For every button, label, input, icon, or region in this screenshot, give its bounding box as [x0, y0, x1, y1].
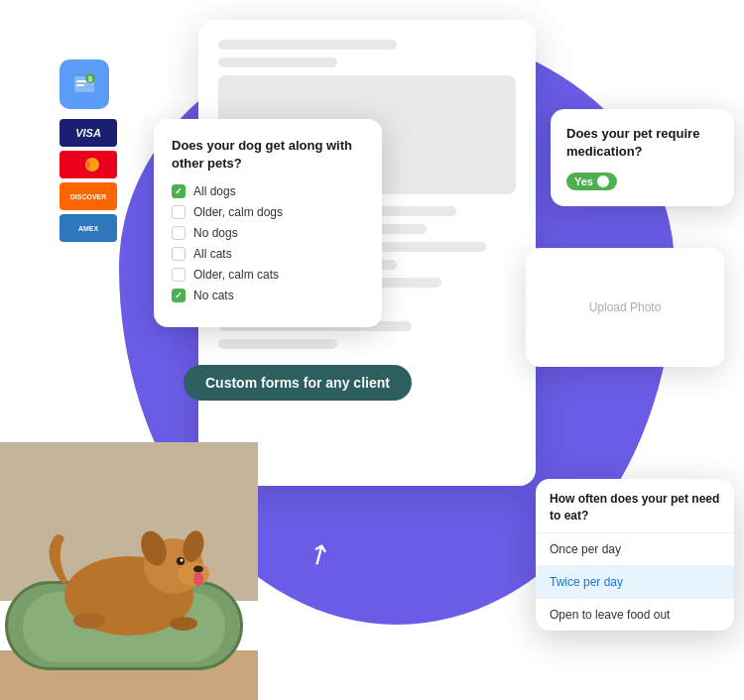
feeding-option-once[interactable]: Once per day	[536, 532, 734, 565]
dog-option-older-dogs[interactable]: Older, calm dogs	[172, 205, 364, 219]
upload-placeholder: Upload Photo	[589, 300, 662, 314]
medication-question: Does your pet require medication?	[566, 125, 718, 161]
dog-option-older-cats[interactable]: Older, calm cats	[172, 268, 364, 282]
checkbox-no-dogs[interactable]	[172, 226, 186, 240]
checkbox-no-cats[interactable]	[172, 289, 186, 302]
dog-option-label-older-cats: Older, calm cats	[193, 268, 279, 282]
toggle-row: Yes	[566, 173, 718, 190]
custom-forms-label: Custom forms for any client	[205, 375, 390, 391]
checkbox-all-dogs[interactable]	[172, 184, 186, 198]
feeding-option-open[interactable]: Open to leave food out	[536, 598, 734, 631]
feeding-card: How often does your pet need to eat? Onc…	[536, 479, 734, 631]
dog-svg	[30, 507, 228, 645]
dog-option-label-all-dogs: All dogs	[193, 184, 236, 198]
skeleton-line-2	[218, 58, 337, 67]
dog-option-all-dogs[interactable]: All dogs	[172, 184, 364, 198]
payment-cards-panel: $ VISA DISCOVER AMEX	[60, 59, 129, 242]
skeleton-line-10	[218, 339, 337, 349]
dog-photo	[0, 442, 258, 700]
svg-point-17	[170, 617, 197, 631]
checkbox-older-dogs[interactable]	[172, 205, 186, 219]
svg-point-11	[178, 562, 209, 586]
checkbox-all-cats[interactable]	[172, 247, 186, 261]
toggle-yes-label: Yes	[574, 175, 593, 187]
dog-option-no-dogs[interactable]: No dogs	[172, 226, 364, 240]
checkbox-older-cats[interactable]	[172, 268, 186, 282]
custom-forms-badge: Custom forms for any client	[184, 365, 412, 401]
svg-point-14	[181, 559, 184, 562]
dog-option-label-no-dogs: No dogs	[193, 226, 238, 240]
dog-form-question: Does your dog get along with other pets?	[172, 137, 364, 173]
skeleton-line-1	[218, 40, 397, 50]
dog-option-all-cats[interactable]: All cats	[172, 247, 364, 261]
dog-option-label-all-cats: All cats	[193, 247, 232, 261]
visa-card: VISA	[60, 119, 117, 147]
bill-icon: $	[60, 59, 109, 109]
svg-text:$: $	[88, 75, 92, 83]
feeding-option-twice[interactable]: Twice per day	[536, 565, 734, 598]
toggle-dot	[597, 175, 609, 187]
dog-option-label-older-dogs: Older, calm dogs	[193, 205, 283, 219]
dog-option-label-no-cats: No cats	[193, 289, 234, 302]
svg-point-16	[73, 613, 105, 629]
svg-rect-2	[76, 84, 84, 86]
medication-card: Does your pet require medication? Yes	[551, 109, 734, 206]
amex-card: AMEX	[60, 214, 117, 242]
discover-card: DISCOVER	[60, 182, 117, 210]
svg-point-15	[193, 572, 203, 586]
dog-option-no-cats[interactable]: No cats	[172, 289, 364, 302]
scene: $ VISA DISCOVER AMEX Does your dog get a…	[0, 0, 744, 700]
dog-form-card: Does your dog get along with other pets?…	[154, 119, 382, 327]
upload-card[interactable]: Upload Photo	[526, 248, 724, 367]
feeding-question: How often does your pet need to eat?	[536, 479, 734, 532]
mastercard-card	[60, 151, 117, 178]
toggle-yes[interactable]: Yes	[566, 173, 617, 190]
svg-point-12	[193, 566, 203, 573]
